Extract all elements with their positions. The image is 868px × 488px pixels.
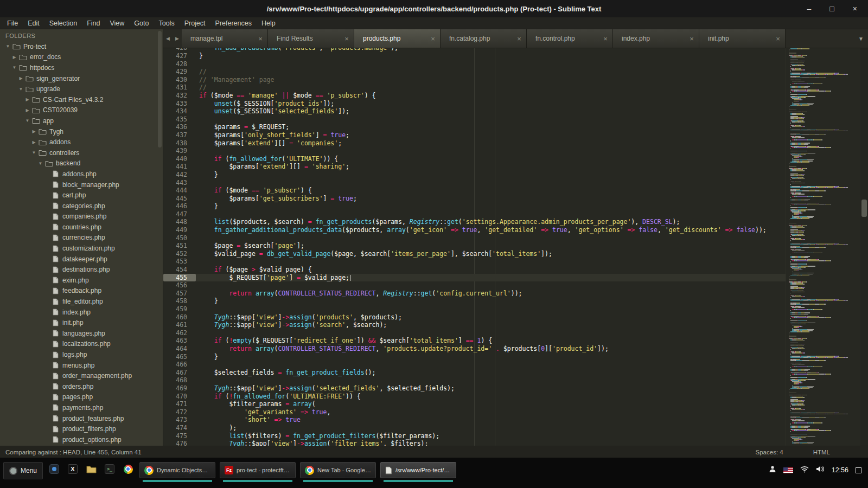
- close-button[interactable]: ×: [853, 5, 857, 12]
- tree-file-feedback.php[interactable]: feedback.php: [0, 286, 163, 297]
- code-line-465[interactable]: 465 }: [163, 353, 868, 361]
- code-line-470[interactable]: 470 if (!fn_allowed_for('ULTIMATE:FREE')…: [163, 393, 868, 401]
- tree-file-countries.php[interactable]: countries.php: [0, 222, 163, 233]
- tab-index.php[interactable]: index.php×: [613, 29, 699, 48]
- tree-folder-addons[interactable]: ▶addons: [0, 137, 163, 147]
- tree-file-products.php[interactable]: products.php: [0, 445, 163, 446]
- close-icon[interactable]: ×: [771, 35, 785, 43]
- menu-goto[interactable]: Goto: [129, 20, 154, 27]
- maximize-button[interactable]: □: [829, 5, 834, 12]
- title-bar[interactable]: /srv/www/Pro-tect/httpdocs/upgrade/app/c…: [0, 0, 868, 17]
- tree-folder-Pro-tect[interactable]: ▼Pro-tect: [0, 41, 163, 52]
- user-icon[interactable]: [769, 465, 776, 475]
- tree-file-companies.php[interactable]: companies.php: [0, 211, 163, 222]
- tree-file-datakeeper.php[interactable]: datakeeper.php: [0, 254, 163, 265]
- menu-selection[interactable]: Selection: [44, 20, 82, 27]
- menu-preferences[interactable]: Preferences: [210, 20, 257, 27]
- tree-file-payments.php[interactable]: payments.php: [0, 402, 163, 413]
- code-line-430[interactable]: 430// 'Management' page: [163, 76, 868, 84]
- code-line-469[interactable]: 469 Tygh::$app['view']->assign('selected…: [163, 384, 868, 393]
- code-line-435[interactable]: 435: [163, 115, 868, 124]
- code-line-461[interactable]: 461 Tygh::$app['view']->assign('search',…: [163, 321, 868, 329]
- wifi-icon[interactable]: [800, 465, 809, 475]
- code-line-464[interactable]: 464 return array(CONTROLLER_STATUS_REDIR…: [163, 345, 868, 353]
- code-line-447[interactable]: 447: [163, 210, 868, 219]
- code-line-431[interactable]: 431//: [163, 84, 868, 92]
- launcher-launcher-app-icon[interactable]: [47, 462, 61, 476]
- task-button[interactable]: Fzpro-tect - protectftp...: [220, 462, 296, 478]
- code-line-451[interactable]: 451 $page = $search['page'];: [163, 242, 868, 250]
- volume-icon[interactable]: [816, 465, 825, 475]
- close-icon[interactable]: ×: [512, 35, 526, 43]
- tab-init.php[interactable]: init.php×: [699, 29, 786, 48]
- code-line-433[interactable]: 433 unset($_SESSION['product_ids']);: [163, 100, 868, 108]
- tree-file-orders.php[interactable]: orders.php: [0, 381, 163, 392]
- code-line-429[interactable]: 429//: [163, 68, 868, 76]
- close-icon[interactable]: ×: [685, 35, 699, 43]
- code-line-468[interactable]: 468: [163, 376, 868, 384]
- tree-folder-Tygh[interactable]: ▶Tygh: [0, 126, 163, 137]
- tab-back-icon[interactable]: ◀: [163, 29, 173, 48]
- tree-file-logs.php[interactable]: logs.php: [0, 349, 163, 360]
- code-line-455[interactable]: 455 $_REQUEST['page'] = $valid_page;: [163, 274, 868, 282]
- tree-file-block_manager.php[interactable]: block_manager.php: [0, 179, 163, 190]
- tree-folder-CST020039[interactable]: ▶CST020039: [0, 105, 163, 116]
- code-line-436[interactable]: 436 $params = $_REQUEST;: [163, 123, 868, 131]
- syntax-status[interactable]: HTML: [813, 449, 830, 455]
- close-icon[interactable]: ×: [598, 35, 612, 43]
- code-line-449[interactable]: 449 fn_gather_additional_products_data($…: [163, 226, 868, 234]
- code-line-454[interactable]: 454 if ($page > $valid_page) {: [163, 266, 868, 274]
- code-line-476[interactable]: 476 Tygh::$app['view']->assign('filter_i…: [163, 440, 868, 446]
- launcher-terminal-icon[interactable]: >_: [103, 462, 117, 476]
- tree-folder-controllers[interactable]: ▼controllers: [0, 147, 163, 158]
- indent-status[interactable]: Spaces: 4: [756, 449, 783, 455]
- minimize-button[interactable]: –: [807, 5, 812, 12]
- code-line-466[interactable]: 466: [163, 361, 868, 369]
- close-icon[interactable]: ×: [340, 35, 354, 43]
- tree-folder-httpdocs[interactable]: ▼httpdocs: [0, 62, 163, 73]
- code-line-442[interactable]: 442 }: [163, 171, 868, 179]
- tree-file-product_features.php[interactable]: product_features.php: [0, 413, 163, 424]
- code-line-445[interactable]: 445 $params['get_subscribers'] = true;: [163, 195, 868, 203]
- tree-file-currencies.php[interactable]: currencies.php: [0, 233, 163, 243]
- code-line-446[interactable]: 446 }: [163, 202, 868, 210]
- code-line-444[interactable]: 444 if ($mode == 'p_subscr') {: [163, 187, 868, 195]
- code-line-457[interactable]: 457 return array(CONTROLLER_STATUS_REDIR…: [163, 290, 868, 298]
- menu-tools[interactable]: Tools: [154, 20, 179, 27]
- tree-file-languages.php[interactable]: languages.php: [0, 328, 163, 339]
- tree-folder-backend[interactable]: ▼backend: [0, 158, 163, 169]
- close-icon[interactable]: ×: [426, 35, 440, 43]
- tree-file-product_options.php[interactable]: product_options.php: [0, 434, 163, 445]
- code-line-437[interactable]: 437 $params['only_short_fields'] = true;: [163, 131, 868, 139]
- code-line-463[interactable]: 463 if (!empty($_REQUEST['redirect_if_on…: [163, 337, 868, 345]
- code-line-440[interactable]: 440 if (fn_allowed_for('ULTIMATE')) {: [163, 155, 868, 163]
- code-line-452[interactable]: 452 $valid_page = db_get_valid_page($pag…: [163, 250, 868, 258]
- clock[interactable]: 12:56: [832, 466, 848, 474]
- tree-file-customization.php[interactable]: customization.php: [0, 243, 163, 254]
- tree-file-index.php[interactable]: index.php: [0, 307, 163, 318]
- keyboard-layout-flag-icon[interactable]: [783, 467, 793, 473]
- close-icon[interactable]: ×: [253, 35, 267, 43]
- code-line-459[interactable]: 459: [163, 305, 868, 313]
- code-line-460[interactable]: 460 Tygh::$app['view']->assign('products…: [163, 313, 868, 322]
- code-line-434[interactable]: 434 unset($_SESSION['selected_fields']);: [163, 107, 868, 115]
- code-line-473[interactable]: 473 'short' => true: [163, 416, 868, 424]
- tab-forward-icon[interactable]: ▶: [173, 29, 182, 48]
- tree-folder-CS-Cart Files_v4.3.2[interactable]: ▶CS-Cart Files_v4.3.2: [0, 94, 163, 105]
- scrollbar-thumb[interactable]: [861, 200, 867, 217]
- tab-Find Results[interactable]: Find Results×: [268, 29, 354, 48]
- code-line-426[interactable]: 426 fn_add_breadcrumb('Products', 'produ…: [163, 48, 868, 52]
- code-line-448[interactable]: 448 list($products, $search) = fn_get_pr…: [163, 218, 868, 226]
- tree-folder-app[interactable]: ▼app: [0, 115, 163, 126]
- sidebar-scrollbar[interactable]: [158, 31, 162, 147]
- code-line-427[interactable]: 427}: [163, 52, 868, 60]
- code-line-474[interactable]: 474 );: [163, 424, 868, 432]
- tree-file-exim.php[interactable]: exim.php: [0, 275, 163, 286]
- minimap[interactable]: [786, 48, 860, 446]
- tab-fn.control.php[interactable]: fn.control.php×: [527, 29, 613, 48]
- code-line-428[interactable]: 428: [163, 60, 868, 68]
- tree-file-product_filters.php[interactable]: product_filters.php: [0, 423, 163, 434]
- launcher-chrome-icon[interactable]: [121, 462, 135, 476]
- tree-file-init.php[interactable]: init.php: [0, 317, 163, 328]
- tab-overflow-icon[interactable]: ▼: [854, 29, 868, 48]
